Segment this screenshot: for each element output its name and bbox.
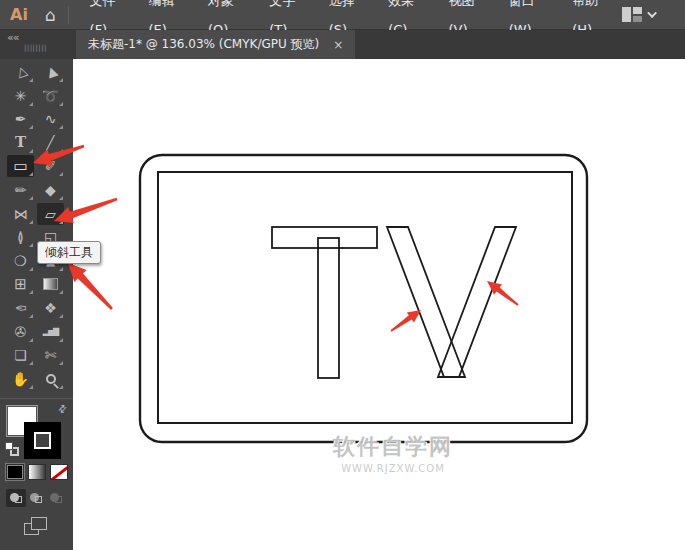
tv-logo-artwork — [0, 0, 685, 550]
shear-tool-tooltip: 倾斜工具 — [37, 241, 101, 264]
